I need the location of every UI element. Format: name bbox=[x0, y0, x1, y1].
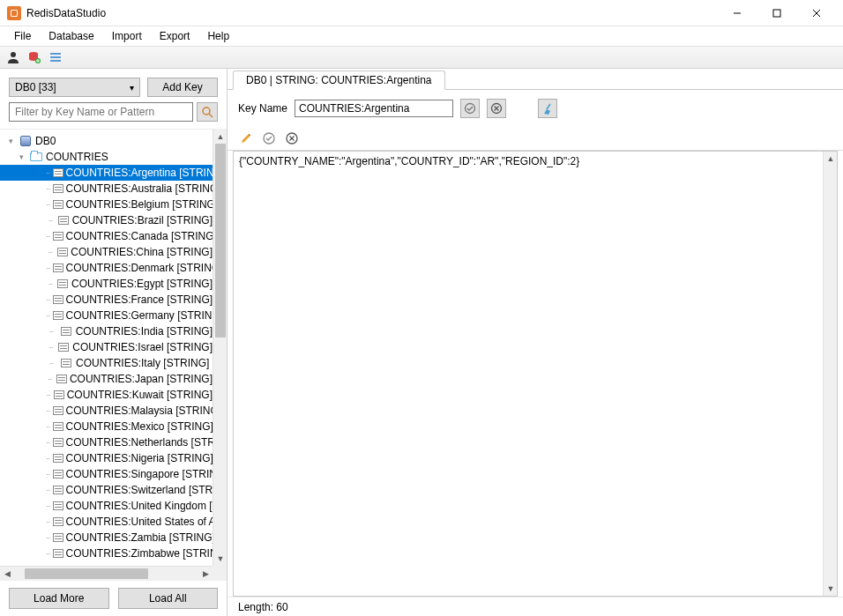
key-icon bbox=[53, 182, 63, 195]
tree-key-item[interactable]: ···COUNTRIES:Mexico [STRING] bbox=[0, 419, 213, 434]
value-toolbar bbox=[228, 127, 843, 151]
tree-node-label: COUNTRIES:United Kingdom [STRING] bbox=[66, 500, 213, 512]
main-area: DB0 [33] ▾ Add Key ▾DB0▾COUNTRIES···COUN… bbox=[0, 69, 843, 616]
tree-key-item[interactable]: ···COUNTRIES:United Kingdom [STRING] bbox=[0, 498, 213, 514]
pencil-icon bbox=[239, 131, 253, 145]
tree-connector-icon: ··· bbox=[46, 232, 50, 241]
key-icon bbox=[57, 278, 69, 290]
tree-node-label: COUNTRIES:Netherlands [STRING] bbox=[66, 436, 213, 449]
delete-key-button[interactable] bbox=[487, 99, 506, 118]
tree-node-label: COUNTRIES:Denmark [STRING] bbox=[66, 262, 213, 274]
key-name-input[interactable] bbox=[295, 100, 453, 117]
db-selector[interactable]: DB0 [33] ▾ bbox=[9, 78, 140, 97]
tree-key-item[interactable]: ···COUNTRIES:Egypt [STRING] bbox=[0, 276, 213, 292]
tree-key-item[interactable]: ···COUNTRIES:Belgium [STRING] bbox=[0, 197, 213, 212]
menu-database[interactable]: Database bbox=[40, 28, 102, 44]
menu-file[interactable]: File bbox=[5, 28, 40, 44]
tree-root-db[interactable]: ▾DB0 bbox=[0, 133, 213, 149]
key-icon bbox=[53, 484, 63, 496]
sidebar-top-controls: DB0 [33] ▾ Add Key bbox=[0, 69, 227, 102]
tree-key-item[interactable]: ···COUNTRIES:Brazil [STRING] bbox=[0, 212, 213, 228]
key-tree[interactable]: ▾DB0▾COUNTRIES···COUNTRIES:Argentina [ST… bbox=[0, 130, 213, 566]
content-pane: DB0 | STRING: COUNTRIES:Argentina Key Na… bbox=[228, 69, 843, 616]
maximize-button[interactable] bbox=[757, 0, 796, 26]
tree-key-item[interactable]: ···COUNTRIES:China [STRING] bbox=[0, 244, 213, 260]
menu-export[interactable]: Export bbox=[151, 28, 199, 44]
user-icon[interactable] bbox=[5, 49, 21, 65]
tree-key-item[interactable]: ···COUNTRIES:Kuwait [STRING] bbox=[0, 387, 213, 403]
list-icon[interactable] bbox=[48, 49, 63, 65]
tree-key-item[interactable]: ···COUNTRIES:Japan [STRING] bbox=[0, 371, 213, 387]
minimize-button[interactable] bbox=[717, 0, 757, 26]
cancel-value-button[interactable] bbox=[284, 130, 300, 146]
tree-key-item[interactable]: ···COUNTRIES:Israel [STRING] bbox=[0, 339, 213, 355]
tree-key-item[interactable]: ···COUNTRIES:Singapore [STRING] bbox=[0, 466, 213, 482]
tree-node-label: COUNTRIES:India [STRING] bbox=[76, 325, 213, 338]
tree-key-item[interactable]: ···COUNTRIES:Malaysia [STRING] bbox=[0, 403, 213, 419]
scroll-down-arrow-icon[interactable]: ▼ bbox=[213, 552, 227, 566]
tree-connector-icon: ··· bbox=[46, 390, 51, 399]
tree-key-item[interactable]: ···COUNTRIES:Australia [STRING] bbox=[0, 181, 213, 197]
scroll-thumb[interactable] bbox=[215, 144, 226, 338]
tree-node-label: COUNTRIES:Japan [STRING] bbox=[70, 373, 213, 385]
tab-key[interactable]: DB0 | STRING: COUNTRIES:Argentina bbox=[233, 71, 445, 90]
tree-toggle-icon[interactable]: ▾ bbox=[16, 152, 26, 161]
tree-key-item[interactable]: ···COUNTRIES:Netherlands [STRING] bbox=[0, 434, 213, 450]
scroll-up-arrow-icon[interactable]: ▲ bbox=[824, 152, 838, 166]
tree-key-item[interactable]: ···COUNTRIES:Switzerland [STRING] bbox=[0, 482, 213, 498]
add-key-button[interactable]: Add Key bbox=[147, 78, 218, 97]
filter-input[interactable] bbox=[9, 102, 193, 122]
tree-node-label: COUNTRIES:Italy [STRING] bbox=[76, 357, 209, 369]
menu-help[interactable]: Help bbox=[198, 28, 238, 44]
tree-key-item[interactable]: ···COUNTRIES:Denmark [STRING] bbox=[0, 260, 213, 276]
value-vertical-scrollbar[interactable]: ▲ ▼ bbox=[823, 152, 837, 596]
key-icon bbox=[57, 214, 70, 226]
scroll-right-arrow-icon[interactable]: ▶ bbox=[198, 567, 213, 580]
tree-key-item[interactable]: ···COUNTRIES:Argentina [STRING] bbox=[0, 165, 213, 181]
tree-connector-icon: ··· bbox=[46, 311, 50, 320]
tree-key-item[interactable]: ···COUNTRIES:India [STRING] bbox=[0, 323, 213, 339]
load-more-button[interactable]: Load More bbox=[9, 588, 109, 609]
tree-horizontal-scrollbar[interactable]: ◀ ▶ bbox=[0, 566, 213, 580]
tree-node-label: DB0 bbox=[35, 135, 56, 147]
key-icon bbox=[59, 357, 73, 369]
tree-key-item[interactable]: ···COUNTRIES:Nigeria [STRING] bbox=[0, 450, 213, 466]
value-area[interactable]: {"COUNTRY_NAME":"Argentina","COUNTRY_ID"… bbox=[233, 151, 838, 597]
tree-key-item[interactable]: ···COUNTRIES:France [STRING] bbox=[0, 292, 213, 308]
key-icon bbox=[53, 262, 63, 274]
tree-vertical-scrollbar[interactable]: ▲ ▼ bbox=[213, 130, 227, 566]
menu-import[interactable]: Import bbox=[103, 28, 151, 44]
tree-container: ▾DB0▾COUNTRIES···COUNTRIES:Argentina [ST… bbox=[0, 129, 227, 580]
clean-button[interactable] bbox=[538, 99, 557, 118]
scroll-down-arrow-icon[interactable]: ▼ bbox=[824, 582, 838, 596]
tree-node-label: COUNTRIES:Switzerland [STRING] bbox=[66, 484, 213, 496]
scroll-left-arrow-icon[interactable]: ◀ bbox=[0, 567, 14, 580]
tree-key-item[interactable]: ···COUNTRIES:Germany [STRING] bbox=[0, 308, 213, 323]
edit-value-button[interactable] bbox=[238, 130, 254, 146]
key-icon bbox=[57, 341, 70, 353]
tree-key-item[interactable]: ···COUNTRIES:Zimbabwe [STRING] bbox=[0, 545, 213, 561]
key-icon bbox=[53, 452, 63, 464]
tree-folder-countries[interactable]: ▾COUNTRIES bbox=[0, 149, 213, 165]
tree-key-item[interactable]: ···COUNTRIES:Italy [STRING] bbox=[0, 355, 213, 371]
scroll-corner bbox=[213, 566, 227, 580]
tree-node-label: COUNTRIES:Belgium [STRING] bbox=[66, 198, 213, 211]
tree-toggle-icon[interactable]: ▾ bbox=[5, 137, 16, 145]
check-circle-icon bbox=[262, 131, 276, 145]
db-add-icon[interactable] bbox=[26, 49, 42, 65]
tree-node-label: COUNTRIES:Zimbabwe [STRING] bbox=[66, 547, 213, 560]
chevron-down-icon: ▾ bbox=[130, 83, 134, 93]
tree-key-item[interactable]: ···COUNTRIES:Zambia [STRING] bbox=[0, 530, 213, 545]
tree-key-item[interactable]: ···COUNTRIES:United States of America [S… bbox=[0, 514, 213, 530]
apply-value-button[interactable] bbox=[261, 130, 277, 146]
scroll-up-arrow-icon[interactable]: ▲ bbox=[213, 130, 227, 144]
filter-search-button[interactable] bbox=[197, 102, 218, 122]
apply-keyname-button[interactable] bbox=[460, 99, 480, 118]
scroll-thumb[interactable] bbox=[25, 568, 148, 579]
tree-key-item[interactable]: ···COUNTRIES:Canada [STRING] bbox=[0, 228, 213, 244]
close-button[interactable] bbox=[796, 0, 836, 26]
key-icon bbox=[53, 468, 63, 480]
check-circle-icon bbox=[464, 102, 476, 115]
search-icon bbox=[201, 106, 213, 118]
load-all-button[interactable]: Load All bbox=[118, 588, 219, 609]
